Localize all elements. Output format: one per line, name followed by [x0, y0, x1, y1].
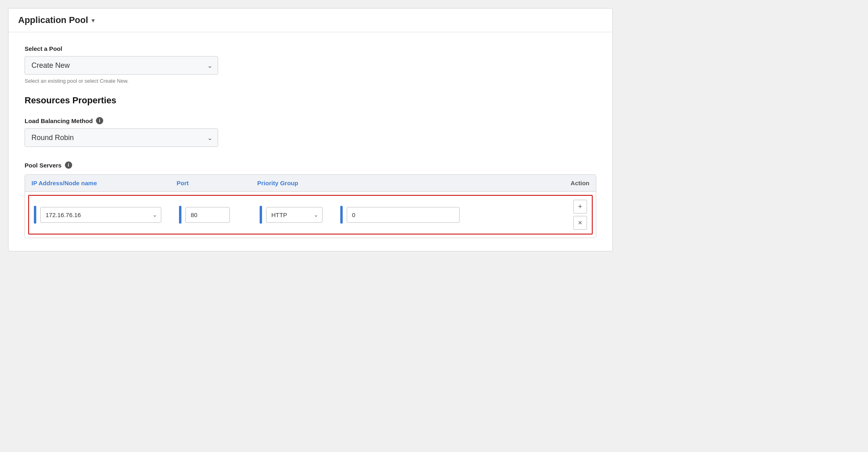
cell-protocol: HTTP ⌄	[260, 206, 340, 224]
pool-servers-label: Pool Servers	[25, 162, 62, 169]
load-balancing-wrapper: Round Robin ⌄	[25, 128, 218, 147]
ip-blue-bar	[34, 206, 36, 224]
load-balancing-dropdown[interactable]: Round Robin	[25, 128, 218, 147]
cell-port	[179, 206, 260, 224]
th-action: Action	[557, 180, 589, 186]
application-pool-panel: Application Pool ▾ Select a Pool Create …	[8, 8, 613, 251]
panel-body: Select a Pool Create New ⌄ Select an exi…	[8, 32, 612, 251]
table-row: 172.16.76.16 ⌄	[28, 195, 593, 234]
protocol-blue-bar	[260, 206, 262, 224]
priority-input-wrapper	[347, 207, 460, 223]
cell-ip: 172.16.76.16 ⌄	[34, 206, 179, 224]
protocol-select[interactable]: HTTP	[266, 207, 323, 223]
select-pool-dropdown[interactable]: Create New	[25, 56, 218, 75]
cell-action: + ×	[555, 200, 587, 230]
remove-row-button[interactable]: ×	[573, 216, 587, 230]
select-pool-section: Select a Pool Create New ⌄ Select an exi…	[25, 45, 596, 84]
pool-servers-label-row: Pool Servers i	[25, 161, 596, 169]
protocol-select-wrapper: HTTP ⌄	[266, 207, 323, 223]
port-input[interactable]	[185, 207, 230, 223]
resources-section: Resources Properties Load Balancing Meth…	[25, 95, 596, 147]
priority-input[interactable]	[347, 207, 460, 223]
plus-icon: +	[578, 203, 583, 211]
add-row-button[interactable]: +	[573, 200, 587, 213]
table-row-wrapper: 172.16.76.16 ⌄	[25, 192, 596, 238]
cell-priority	[340, 206, 555, 224]
ip-select-wrapper: 172.16.76.16 ⌄	[40, 207, 161, 223]
table-body: 172.16.76.16 ⌄	[25, 192, 596, 238]
priority-blue-bar	[340, 206, 343, 224]
panel-header: Application Pool ▾	[8, 8, 612, 32]
pool-servers-info-icon: i	[65, 161, 72, 169]
load-balancing-section: Load Balancing Method i Round Robin ⌄	[25, 117, 596, 147]
resources-title: Resources Properties	[25, 95, 596, 106]
th-priority: Priority Group	[257, 180, 557, 186]
select-pool-label: Select a Pool	[25, 45, 596, 52]
th-ip: IP Address/Node name	[31, 180, 177, 186]
page-container: Application Pool ▾ Select a Pool Create …	[0, 0, 868, 452]
times-icon: ×	[578, 219, 583, 227]
th-port: Port	[177, 180, 257, 186]
port-blue-bar	[179, 206, 181, 224]
panel-chevron-icon[interactable]: ▾	[92, 17, 95, 24]
table-header-row: IP Address/Node name Port Priority Group…	[25, 175, 596, 192]
load-balancing-label-row: Load Balancing Method i	[25, 117, 596, 124]
select-pool-hint: Select an existing pool or select Create…	[25, 78, 596, 84]
ip-address-select[interactable]: 172.16.76.16	[40, 207, 161, 223]
port-input-wrapper	[185, 207, 230, 223]
pool-servers-section: Pool Servers i IP Address/Node name Port…	[25, 161, 596, 238]
select-pool-wrapper: Create New ⌄	[25, 56, 218, 75]
pool-servers-table: IP Address/Node name Port Priority Group…	[25, 174, 596, 238]
load-balancing-info-icon: i	[96, 117, 103, 124]
panel-title: Application Pool	[18, 15, 88, 25]
load-balancing-label: Load Balancing Method	[25, 117, 93, 124]
